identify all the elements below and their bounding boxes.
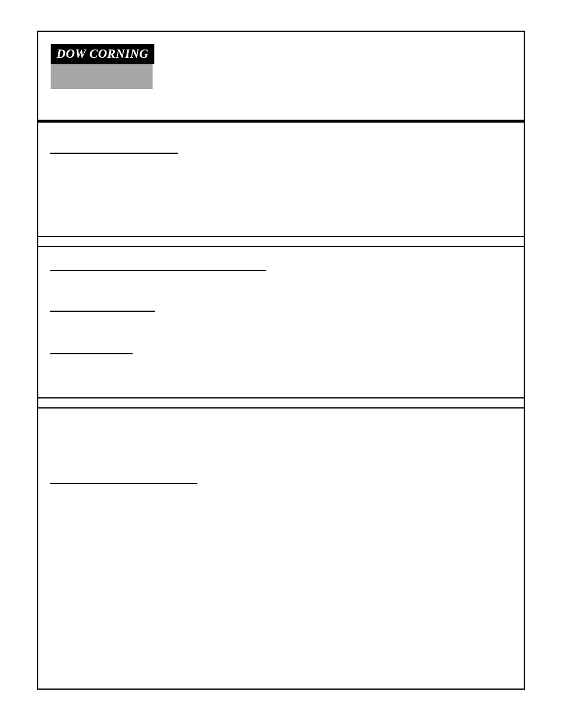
underline-1 [50,153,178,154]
divider-line-2a [38,397,524,398]
divider-line-1b [38,246,524,247]
divider-thick-1 [38,120,524,123]
underline-2 [50,270,266,271]
underline-5 [50,483,197,484]
brand-logo-bottom [51,64,153,89]
brand-name: DOW CORNING [51,44,154,64]
underline-3 [50,311,155,312]
page-frame: DOW CORNING [37,31,525,690]
divider-line-2b [38,407,524,409]
brand-logo: DOW CORNING [51,44,154,89]
underline-4 [50,353,133,354]
divider-line-1a [38,236,524,237]
